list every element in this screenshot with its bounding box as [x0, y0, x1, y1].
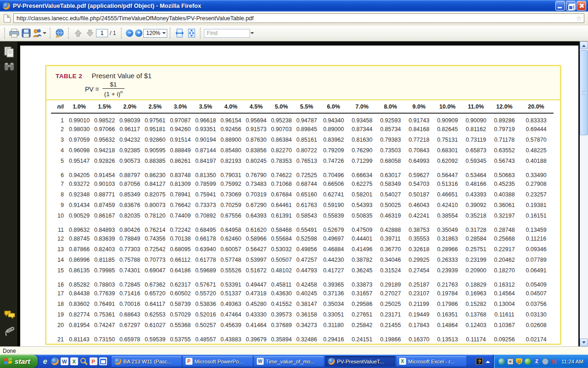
pv-cell: 0.07789	[519, 254, 554, 265]
pv-cell: 0.86135	[67, 265, 92, 276]
ie-icon[interactable]	[41, 357, 49, 365]
pv-cell: 0.51672	[243, 265, 269, 276]
zoom-in-icon[interactable]: +	[135, 29, 142, 37]
pv-cell: 0.33873	[348, 276, 376, 288]
window-icon[interactable]	[99, 357, 107, 365]
shield-icon[interactable]	[516, 358, 522, 365]
help-tray-icon[interactable]: ?	[476, 358, 483, 365]
pv-cell: 0.78803	[92, 276, 117, 288]
pv-cell: 0.43883	[218, 330, 243, 343]
pv-cell: 0.19715	[348, 343, 376, 345]
start-button[interactable]: start	[0, 355, 38, 368]
next-page-button[interactable]	[84, 27, 96, 40]
start-label: start	[15, 357, 30, 366]
powerpoint-icon[interactable]	[90, 357, 97, 365]
word-icon[interactable]	[61, 357, 68, 365]
pv-cell: 0.41552	[269, 299, 294, 309]
pv-cell: 0.91434	[67, 200, 92, 210]
restore-button[interactable]	[566, 1, 576, 11]
navigation-pane	[0, 41, 18, 346]
n-icon[interactable]	[551, 358, 557, 365]
pv-cell: 0.71416	[117, 288, 142, 299]
pv-cell: 0.70773	[142, 254, 168, 265]
toolbar-grip	[68, 28, 70, 39]
bookmark-star-icon[interactable]: ☆	[576, 15, 582, 22]
pv-cell: 0.73373	[193, 200, 218, 210]
zoom-level-field[interactable]: 120%	[143, 29, 167, 38]
pages-icon[interactable]	[4, 46, 15, 58]
scrollbar-thumb[interactable]	[580, 50, 588, 135]
pv-cell: 0.90573	[117, 155, 142, 166]
fit-width-button[interactable]	[174, 27, 186, 40]
pv-cell: 0.44401	[348, 233, 376, 244]
scroll-down-button[interactable]	[580, 339, 588, 346]
clock-icon[interactable]	[542, 358, 548, 365]
scroll-up-button[interactable]	[580, 41, 588, 49]
email-dropdown-caret[interactable]	[43, 32, 46, 36]
pv-cell: 0.48102	[269, 265, 294, 276]
excel-icon[interactable]	[70, 357, 78, 365]
taskbar-button[interactable]: PV-PresentValueT...	[325, 356, 395, 367]
pv-cell: 0.49447	[243, 276, 269, 288]
pv-cell: 0.83748	[168, 166, 193, 178]
pv-cell: 0.85282	[67, 276, 92, 288]
orb-icon[interactable]	[525, 358, 531, 365]
find-input[interactable]	[204, 29, 250, 38]
fit-page-icon	[187, 29, 196, 38]
formula-exponent: n	[120, 89, 123, 94]
pv-cell: 0.39012	[218, 343, 243, 345]
speech-bubbles-icon[interactable]	[4, 310, 16, 320]
url-field[interactable]: http://classes.lanecc.edu/file.php/24555…	[13, 13, 584, 23]
pv-row-label: 24	[51, 343, 67, 345]
pv-cell: 0.50663	[490, 166, 519, 178]
pv-cell: 0.13004	[490, 299, 519, 309]
pv-cell: 0.49856	[294, 244, 319, 254]
zoom-dropdown-caret[interactable]	[162, 32, 166, 36]
taskbar-button[interactable]: Microsoft PowerPo...	[183, 356, 253, 367]
print-button[interactable]	[8, 27, 20, 40]
pv-cell: 0.62275	[348, 178, 376, 189]
pv-cell: 0.69444	[519, 124, 554, 134]
pv-cell: 0.47464	[218, 309, 243, 320]
fit-page-button[interactable]	[186, 27, 198, 40]
page-number-input[interactable]	[96, 29, 108, 37]
globe-icon[interactable]	[498, 358, 505, 365]
pv-row-label: 18	[51, 299, 67, 309]
email-button[interactable]	[32, 27, 47, 40]
taskbar-button[interactable]: BA 213 W11 (Pasc...	[112, 356, 181, 367]
binoculars-icon[interactable]	[4, 62, 15, 72]
pv-cell: 0.74726	[319, 155, 348, 166]
pv-cell: 0.34046	[376, 254, 405, 265]
key-icon[interactable]	[80, 357, 88, 365]
find-dropdown-caret[interactable]	[250, 32, 254, 36]
z-icon[interactable]	[533, 358, 540, 365]
tray-chevron-icon[interactable]	[486, 358, 490, 363]
save-button[interactable]	[20, 27, 32, 40]
pv-cell: 0.92385	[117, 145, 142, 155]
pv-cell: 0.02608	[519, 320, 554, 330]
formula-denominator: (1 + i)n	[102, 88, 124, 98]
pv-table-row: 100.905290.861670.820350.781200.744090.7…	[51, 210, 554, 221]
previous-page-button[interactable]	[72, 27, 84, 40]
pv-table-box: TABLE 2 Present Value of $1 PV = $1 (1 +…	[45, 65, 561, 345]
pv-column-header: 12.0%	[490, 100, 519, 113]
upload-button[interactable]	[54, 27, 66, 40]
firefox-icon[interactable]	[51, 357, 59, 365]
close-button[interactable]	[577, 1, 586, 11]
vertical-scrollbar[interactable]	[580, 41, 588, 346]
taskbar-button[interactable]: Time_value_of_mo...	[254, 356, 324, 367]
taskbar-button[interactable]: Microsoft Excel - r...	[396, 356, 466, 367]
pv-cell: 0.65978	[117, 330, 142, 343]
pv-cell: 0.19449	[405, 309, 433, 320]
lock-icon[interactable]	[507, 358, 514, 365]
pv-table-row: 30.970590.956320.942320.928600.915140.90…	[51, 134, 554, 145]
pv-table-row: 90.914340.874590.836760.800730.766420.73…	[51, 200, 554, 210]
zoom-out-icon[interactable]: −	[126, 29, 133, 37]
pv-cell: 0.41496	[348, 244, 376, 254]
formula-numerator: $1	[108, 81, 119, 88]
pv-cell: 0.66506	[319, 178, 348, 189]
paperclip-icon[interactable]	[4, 326, 15, 339]
minimize-button[interactable]	[555, 1, 565, 11]
pv-cell: 0.44793	[294, 265, 319, 276]
pv-table-wrap: n/i1.0%1.5%2.0%2.5%3.0%3.5%4.0%4.5%5.0%5…	[46, 100, 560, 345]
